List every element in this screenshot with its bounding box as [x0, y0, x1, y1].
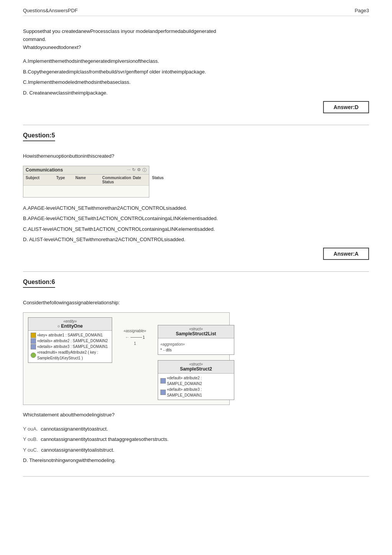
comm-col-commstatus: Communication Status [102, 176, 133, 184]
q6-text-d: D. Thereisnotnhingwrongwiththemodeling. [23, 457, 116, 463]
q6-text-a: cannotassignanentitytoastruct. [41, 426, 108, 432]
header-right: Page3 [354, 8, 369, 13]
comm-col-subject: Subject [26, 176, 56, 184]
comm-col-date: Date [133, 176, 152, 184]
q4-option-a: A.Implementthemethodsinthegeneratedimplv… [23, 57, 369, 65]
q4-options: A.Implementthemethodsinthegeneratedimplv… [23, 57, 369, 97]
question6-block: Question:6 Considerthefollowingassignabl… [23, 279, 369, 465]
struct2-stereotype: «struct» [160, 362, 232, 366]
question5-text: Howisthemenuoptionbuttoninthiscreated? [23, 152, 369, 160]
agg-label: «aggregation» [160, 342, 185, 346]
attr-3-text: «details» attribute3 : SAMPLE_DOMAIN1 [37, 344, 108, 349]
q6-option-c: Y ouC. cannotassignanentitytoaliststruct… [23, 446, 369, 454]
struct2-attr-row-1: «default» attribute2 : SAMPLE_DOMAIN2 [160, 375, 232, 387]
struct2-detail-icon-2 [160, 390, 166, 395]
comm-toolbar-title: Communications [26, 167, 63, 173]
q5-option-a: A.APAGE-levelACTION_SETwithmorethan2ACTI… [23, 204, 369, 212]
struct2-attr-1: «default» attribute2 : SAMPLE_DOMAIN2 [167, 375, 232, 387]
q6-option-d: D. Thereisnotnhingwrongwiththemodeling. [23, 456, 369, 465]
toolbar-info-icon: ⓘ [142, 167, 147, 173]
q5-option-c: C.ALIST-levelACTION_SETwith1ACTION_CONTR… [23, 225, 369, 233]
divider-3 [23, 476, 369, 477]
attr-row-3: «details» attribute3 : SAMPLE_DOMAIN1 [31, 344, 109, 349]
detail-icon-2 [31, 344, 36, 349]
toolbar-dots-icon: ··· [127, 167, 131, 173]
aggregation-connector: «aggregation» [160, 341, 232, 348]
q6-prefix-a: Y ouA. [23, 426, 38, 432]
q6-option-b: Y ouB. cannotassignanentitytoastruct tha… [23, 435, 369, 444]
detail-icon-1 [31, 338, 36, 344]
attr-row-2: «details» attribute2 : SAMPLE_DOMAIN2 [31, 338, 109, 344]
page-header: Questions&AnswersPDF Page3 [23, 8, 369, 16]
mult-label: 1 [134, 341, 136, 346]
assignable-label: «assignable» [124, 329, 146, 333]
answer-q5-label: Answer:A [323, 248, 369, 260]
struct2-title: «struct» SampleStruct2 [158, 361, 234, 374]
q6-text-b: cannotassignanentitytoastruct thataggreg… [41, 436, 168, 442]
toolbar-refresh-icon: ↻ [132, 167, 136, 173]
struct2-attr-row-2: «default» attribute3 : SAMPLE_DOMAIN1 [160, 387, 232, 398]
wildcard-icon: * [160, 348, 162, 352]
struct-list-stereotype: «struct» [160, 327, 232, 331]
q6-option-a: Y ouA. cannotassignanentitytoastruct. [23, 424, 369, 433]
divider-2 [23, 271, 369, 272]
divider-1 [23, 125, 369, 125]
connection-line: ← 1 [125, 335, 145, 340]
attr-1-text: «key» attribute1 : SAMPLE_DOMAIN1 [37, 332, 103, 338]
read-icon [31, 353, 36, 358]
question6-text: Considerthefollowingassignablerelationsh… [23, 299, 369, 307]
struct-list-body: «aggregation» * - dtls [158, 338, 234, 354]
question6-title: Question:6 [23, 279, 55, 285]
connection-area: «assignable» ← 1 1 [124, 317, 146, 346]
attr-2-text: «details» attribute2 : SAMPLE_DOMAIN2 [37, 338, 108, 344]
comm-toolbar-icons: ··· ↻ ⚙ ⓘ [127, 167, 147, 173]
question5-header: Question:5 [23, 132, 55, 141]
line-segment [131, 337, 142, 338]
q4-option-d: D. Createanewclassintheimplpackage. [23, 88, 369, 97]
q4-option-c: C.Implementthemodeledmethodsinthebasecla… [23, 78, 369, 87]
comm-toolbar: Communications ··· ↻ ⚙ ⓘ [23, 166, 149, 175]
q6-text-c: cannotassignanentitytoaliststruct. [41, 447, 114, 453]
left-arrow-icon: ← [125, 335, 130, 340]
struct2-attrs: «default» attribute2 : SAMPLE_DOMAIN2 «d… [158, 374, 234, 400]
q5-options: A.APAGE-levelACTION_SETwithmorethan2ACTI… [23, 204, 369, 244]
entity-one-name: EntityOne [61, 323, 83, 329]
attr-row-1: «key» attribute1 : SAMPLE_DOMAIN1 [31, 332, 109, 338]
toolbar-settings-icon: ⚙ [137, 167, 141, 173]
answer-q5-box: Answer:A [23, 248, 369, 260]
intro-block: Supposethat you createdanewProcessclass … [23, 28, 369, 113]
question5-block: Question:5 Howisthemenuoptionbuttoninthi… [23, 132, 369, 260]
q5-option-d: D. ALIST-levelACTION_SETwithmorethan2ACT… [23, 235, 369, 244]
intro-line3: Whatdoyouneedtodonext? [23, 44, 81, 50]
entity-stereotype: «entity» [31, 319, 109, 323]
comm-col-name: Name [75, 176, 102, 184]
intro-line1: Supposethat you createdanewProcessclass [23, 28, 119, 34]
multiplicity-area: 1 [134, 341, 136, 346]
key-icon [31, 333, 36, 338]
answer-q4-label: Answer:D [323, 101, 369, 113]
communications-mockup: Communications ··· ↻ ⚙ ⓘ Subject Type Na… [23, 166, 149, 198]
intro-line2: command. [23, 36, 46, 42]
uml-right-section: «struct» SampleStruct2List «aggregation»… [158, 317, 234, 400]
answer-q4-box: Answer:D [23, 101, 369, 113]
struct-list-name: SampleStruct2List [160, 331, 232, 336]
comm-col-headers: Subject Type Name Communication Status D… [23, 175, 149, 186]
entity-one-box: «entity» ○ EntityOne «key» attribute1 : … [28, 317, 112, 363]
uml-diagram: «entity» ○ EntityOne «key» attribute1 : … [23, 312, 230, 405]
comm-col-status: Status [152, 176, 171, 184]
dtls-row: * - dtls [160, 348, 232, 352]
intro-line1b: inyour modelandperformedabuildgenerated [121, 28, 216, 34]
comm-col-type: Type [56, 176, 75, 184]
which-statement: Whichstatement aboutthemodelingistrue? [23, 411, 369, 419]
struct2-box: «struct» SampleStruct2 «default» attribu… [158, 360, 234, 400]
q6-prefix-b: Y ouB. [23, 436, 38, 442]
struct2-attr-2: «default» attribute3 : SAMPLE_DOMAIN1 [167, 387, 232, 398]
intro-text: Supposethat you createdanewProcessclass … [23, 28, 369, 51]
page-container: Questions&AnswersPDF Page3 Supposethat y… [0, 0, 392, 499]
one-label-left: 1 [143, 335, 145, 340]
dtls-label: - dtls [163, 348, 172, 352]
struct-list-box: «struct» SampleStruct2List «aggregation»… [158, 325, 234, 355]
q6-options: Y ouA. cannotassignanentitytoastruct. Y … [23, 424, 369, 465]
header-left: Questions&AnswersPDF [23, 8, 78, 13]
struct2-name: SampleStruct2 [160, 366, 232, 372]
